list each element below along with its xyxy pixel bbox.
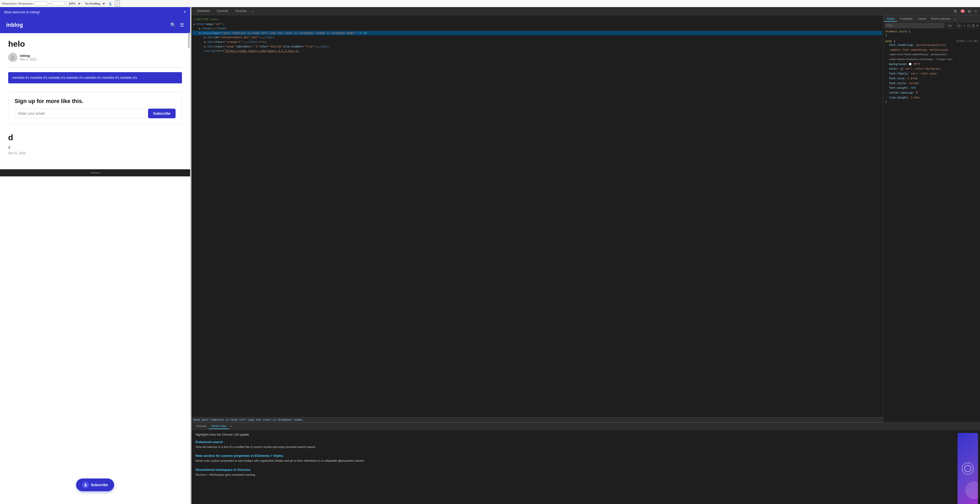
signup-title: Sign up for more like this.: [14, 98, 176, 105]
inblog-logo: inblog: [6, 22, 23, 28]
style-prop-line-height: line-height: 1.6em;: [885, 95, 978, 100]
color-swatch[interactable]: [900, 68, 903, 70]
bg-swatch[interactable]: [909, 63, 912, 65]
devtools-tabs: Elements Console Sources » ⚙ 1 ⊞ ×: [191, 7, 980, 15]
styles-panel: Styles Computed Layout Event Listeners »: [883, 15, 980, 422]
footer-handle: [90, 172, 100, 173]
whats-new-panel: Highlights from the Chrome 118 update En…: [191, 430, 956, 504]
toggle-btn[interactable]: ⊡: [972, 24, 975, 27]
wn-title-enhanced-search[interactable]: Enhanced search: [196, 440, 951, 444]
body-style-block: body { global.css:281 text-rendering: op…: [885, 40, 978, 103]
tab-elements[interactable]: Elements: [193, 8, 213, 15]
style-prop-background: background: #fff;: [885, 62, 978, 67]
bottom-panel: Console What's New × Highlights from the…: [191, 422, 980, 504]
svg-point-0: [12, 55, 14, 57]
style-closing-brace: }: [885, 34, 978, 37]
author-date: Nov 5, 2023: [20, 58, 37, 61]
signup-section: Sign up for more like this. Subscribe: [8, 92, 182, 125]
scroll-indicator: [188, 33, 189, 48]
post-d-date: Oct 31, 2023: [8, 151, 182, 155]
dock-btn[interactable]: ⊞: [967, 9, 972, 14]
style-prop-color: color: var(--color-darkgrey);: [885, 67, 978, 71]
author-avatar: [8, 53, 18, 62]
post-d-content: d: [8, 145, 182, 149]
browser-content: Wow welcome to inblog! × inblog 🔍 ☰ helo: [0, 7, 190, 504]
wn-image-shape: [965, 481, 978, 499]
tab-styles[interactable]: Styles: [884, 16, 897, 22]
bottom-content: Highlights from the Chrome 118 update En…: [191, 430, 980, 504]
add-style-btn[interactable]: +: [964, 24, 966, 27]
html-line: ▶ <div class="viewport"> … </div> <flex: [192, 40, 882, 44]
hov-filter-btn[interactable]: :hov: [946, 24, 954, 27]
bottom-right: [956, 430, 980, 504]
style-prop-font-weight: font-weight: 400;: [885, 86, 978, 90]
wn-item-custom-props: New section for custom properties in Ele…: [196, 454, 951, 463]
network-icon-btn[interactable]: 📡: [107, 2, 113, 6]
body-closing-brace: }: [885, 100, 978, 103]
wn-item-streamlined: Streamlined workspace in Sources Sources…: [196, 468, 951, 477]
style-prop-moz-smoothing: -moz-osx-font-smoothing: grayscale;: [885, 52, 978, 57]
computed-sidebar-btn[interactable]: ≡: [977, 24, 978, 27]
main-layout: Wow welcome to inblog! × inblog 🔍 ☰ helo: [0, 7, 980, 504]
author-row: inblog Nov 5, 2023: [8, 53, 182, 62]
height-input[interactable]: 761: [52, 2, 65, 6]
styles-tabs-more[interactable]: »: [953, 17, 957, 21]
svg-point-2: [962, 463, 974, 474]
tab-console[interactable]: Console: [213, 8, 232, 15]
inblog-body: helo inblog Nov 5, 2023: [0, 33, 190, 169]
devtools-icons: ⚙ 1 ⊞ ×: [953, 9, 978, 14]
width-input[interactable]: 357: [35, 2, 47, 6]
svg-point-1: [85, 483, 86, 485]
style-prop-moz-feature: -moz-font-feature-settings: "liga" on;: [885, 57, 978, 62]
subscribe-btn[interactable]: Subscribe: [148, 109, 176, 118]
wn-title-streamlined[interactable]: Streamlined workspace in Sources: [196, 468, 951, 472]
cls-filter-btn[interactable]: .cls: [955, 24, 962, 27]
close-devtools-btn[interactable]: ×: [974, 9, 978, 14]
html-line: <script src= "https://code.jquery.com/jq…: [192, 49, 882, 53]
settings-btn[interactable]: ⚙: [953, 9, 958, 14]
header-icons: 🔍 ☰: [170, 22, 184, 28]
style-prop-font-size: font-size: 1.6rem;: [885, 76, 978, 81]
html-line: ▶ <html lang="en">: [192, 22, 882, 27]
styles-filter-bar: :hov .cls + ◻ ⊡ ≡: [883, 22, 980, 29]
subscribe-avatar-icon: [82, 482, 89, 488]
wn-item-enhanced-search: Enhanced search View all matches in a li…: [196, 440, 951, 449]
inspect-btn[interactable]: ◻: [967, 24, 970, 27]
email-input[interactable]: [14, 109, 146, 118]
wn-image: [958, 433, 978, 504]
tabs-more-btn[interactable]: »: [250, 9, 255, 13]
popup-text: Wow welcome to inblog!: [4, 10, 40, 14]
styles-tabs: Styles Computed Layout Event Listeners »: [883, 15, 980, 22]
inblog-header: inblog 🔍 ☰: [0, 17, 190, 33]
bottom-close-btn[interactable]: ×: [229, 424, 233, 428]
signup-form: Subscribe: [14, 109, 176, 118]
style-prop-webkit-smoothing: -webkit-font-smoothing: antialiased;: [885, 48, 978, 52]
element-style-block: element.style { }: [885, 30, 978, 37]
svg-point-3: [965, 466, 971, 472]
html-line: ▶ <div id="announcement-bar-root"> … </d…: [192, 35, 882, 40]
html-line: ▶ <div class="pswp" tabindex="-1" role="…: [192, 44, 882, 49]
tab-console-bottom[interactable]: Console: [193, 423, 209, 429]
post-title: helo: [8, 39, 182, 49]
more-options-btn[interactable]: ⋮: [115, 0, 120, 6]
styles-filter-input[interactable]: [885, 23, 944, 28]
error-badge: 1: [961, 10, 965, 13]
tab-computed[interactable]: Computed: [897, 16, 915, 22]
search-icon[interactable]: 🔍: [170, 22, 176, 28]
wn-title-custom-props[interactable]: New section for custom properties in Ele…: [196, 454, 951, 458]
breadcrumb: body.post-template.is-head-left-logo.has…: [191, 417, 883, 422]
tab-sources[interactable]: Sources: [232, 8, 250, 15]
tab-event-listeners[interactable]: Event Listeners: [929, 16, 953, 22]
subscribe-float-btn[interactable]: Subscribe: [76, 479, 115, 491]
tab-layout[interactable]: Layout: [915, 16, 929, 22]
element-selector: element.style {: [885, 30, 978, 33]
menu-icon[interactable]: ☰: [180, 22, 184, 28]
zoom-select[interactable]: 100% 75% 50%: [66, 1, 81, 6]
popup-close-btn[interactable]: ×: [184, 10, 186, 14]
style-prop-font-style: font-style: normal;: [885, 81, 978, 86]
browser-panel: Wow welcome to inblog! × inblog 🔍 ☰ helo: [0, 7, 190, 504]
throttle-select[interactable]: No throttling Fast 3G Slow 3G: [83, 1, 106, 6]
tab-whats-new[interactable]: What's New: [209, 423, 229, 429]
wn-highlight: Highlights from the Chrome 118 update: [196, 433, 951, 436]
wn-desc-streamlined: Sources > Workspace gets consistent nami…: [196, 473, 951, 477]
